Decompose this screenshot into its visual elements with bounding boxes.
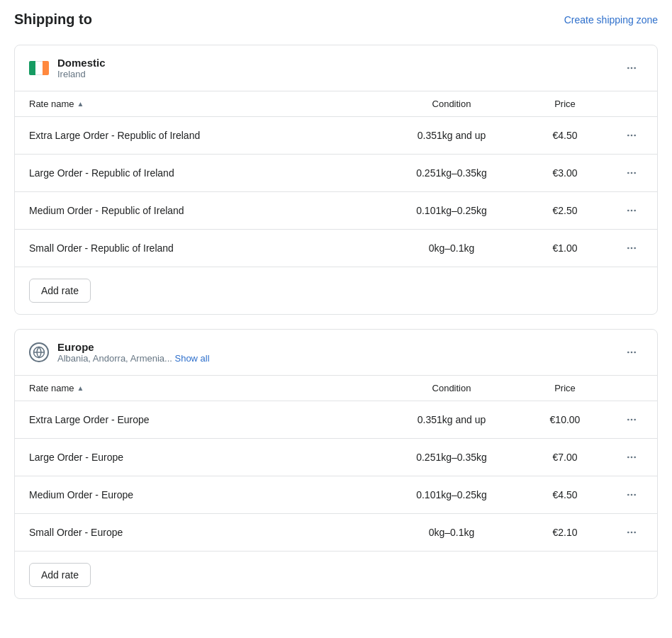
svg-point-11 [634,210,636,212]
svg-point-24 [631,457,633,459]
rate-row: Large Order - Republic of Ireland 0.251k… [15,155,657,192]
svg-point-6 [627,172,629,174]
svg-point-25 [634,457,636,459]
rate-menu-button[interactable] [620,524,643,541]
rate-condition-cell: 0.351kg and up [381,414,522,425]
svg-point-4 [631,135,633,137]
col-header-price: Price [522,99,607,109]
sort-icon: ▲ [77,384,84,392]
rate-menu-button[interactable] [620,240,643,257]
flag-ireland-icon [29,61,49,75]
rate-name-cell: Medium Order - Europe [29,489,381,500]
rate-price-cell: €2.50 [522,205,607,216]
rate-menu-button[interactable] [620,202,643,219]
svg-point-31 [634,532,636,534]
rate-price-cell: €10.00 [522,414,607,425]
create-shipping-zone-link[interactable]: Create shipping zone [564,14,658,26]
svg-point-8 [634,172,636,174]
show-all-link[interactable]: Show all [174,353,209,364]
rate-row: Extra Large Order - Europe 0.351kg and u… [15,401,657,439]
rate-menu-button[interactable] [620,411,643,428]
rate-name-cell: Large Order - Europe [29,452,381,463]
rate-condition-cell: 0.251kg–0.35kg [381,452,522,463]
svg-point-14 [634,247,636,250]
rate-condition-cell: 0kg–0.1kg [381,242,522,254]
rate-row: Small Order - Republic of Ireland 0kg–0.… [15,230,657,267]
rate-price-cell: €7.00 [522,452,607,463]
svg-point-27 [631,494,633,496]
zone-card-europe: Europe Albania, Andorra, Armenia... Show… [14,329,658,599]
rate-condition-cell: 0kg–0.1kg [381,527,522,538]
rates-table: Rate name ▲ Condition Price Extra Large … [15,376,657,551]
svg-point-2 [634,67,636,69]
svg-point-17 [627,352,629,354]
svg-point-29 [627,532,629,534]
svg-point-12 [627,247,629,250]
rates-table: Rate name ▲ Condition Price Extra Large … [15,91,657,267]
rate-condition-cell: 0.101kg–0.25kg [381,489,522,500]
rate-menu-button[interactable] [620,449,643,466]
rate-price-cell: €2.10 [522,527,607,538]
svg-point-20 [627,419,629,421]
svg-point-18 [631,352,633,354]
rate-name-cell: Extra Large Order - Republic of Ireland [29,130,381,141]
rate-row: Medium Order - Europe 0.101kg–0.25kg €4.… [15,476,657,514]
rate-name-cell: Medium Order - Republic of Ireland [29,205,381,216]
svg-point-13 [631,247,633,250]
svg-point-22 [634,419,636,421]
rate-menu-button[interactable] [620,127,643,144]
zone-countries: Albania, Andorra, Armenia... Show all [57,353,210,364]
sort-icon: ▲ [77,100,84,108]
svg-point-19 [634,352,636,354]
svg-point-3 [627,135,629,137]
rate-condition-cell: 0.351kg and up [381,130,522,141]
add-rate-button[interactable]: Add rate [29,563,91,587]
zone-countries: Ireland [57,69,106,79]
rate-condition-cell: 0.101kg–0.25kg [381,205,522,216]
rate-menu-button[interactable] [620,486,643,503]
rate-name-cell: Small Order - Republic of Ireland [29,242,381,254]
svg-point-23 [627,457,629,459]
zone-name: Domestic [57,57,106,69]
zone-name: Europe [57,341,210,353]
col-header-condition: Condition [381,99,522,109]
rate-price-cell: €4.50 [522,489,607,500]
svg-point-1 [631,67,633,69]
rate-name-cell: Small Order - Europe [29,527,381,538]
rate-name-cell: Large Order - Republic of Ireland [29,167,381,179]
svg-point-5 [634,135,636,137]
rate-row: Extra Large Order - Republic of Ireland … [15,117,657,155]
rate-price-cell: €4.50 [522,130,607,141]
zone-menu-button[interactable] [620,60,643,77]
rate-row: Medium Order - Republic of Ireland 0.101… [15,192,657,230]
page-title: Shipping to [14,11,92,28]
col-header-rate-name: Rate name ▲ [29,383,381,393]
rate-menu-button[interactable] [620,164,643,181]
svg-point-26 [627,494,629,496]
rate-condition-cell: 0.251kg–0.35kg [381,167,522,179]
zone-card-domestic: Domestic Ireland Rate name ▲ Condition P… [14,45,658,315]
svg-point-7 [631,172,633,174]
globe-icon [29,342,49,362]
add-rate-button[interactable]: Add rate [29,279,91,303]
zone-menu-button[interactable] [620,344,643,361]
svg-point-21 [631,419,633,421]
rate-price-cell: €3.00 [522,167,607,179]
col-header-rate-name: Rate name ▲ [29,99,381,109]
svg-point-28 [634,494,636,496]
rate-row: Large Order - Europe 0.251kg–0.35kg €7.0… [15,439,657,476]
col-header-price: Price [522,383,607,393]
svg-point-10 [631,210,633,212]
rate-price-cell: €1.00 [522,242,607,254]
rate-row: Small Order - Europe 0kg–0.1kg €2.10 [15,514,657,551]
svg-point-0 [627,67,629,69]
rate-name-cell: Extra Large Order - Europe [29,414,381,425]
svg-point-9 [627,210,629,212]
col-header-condition: Condition [381,383,522,393]
svg-point-30 [631,532,633,534]
